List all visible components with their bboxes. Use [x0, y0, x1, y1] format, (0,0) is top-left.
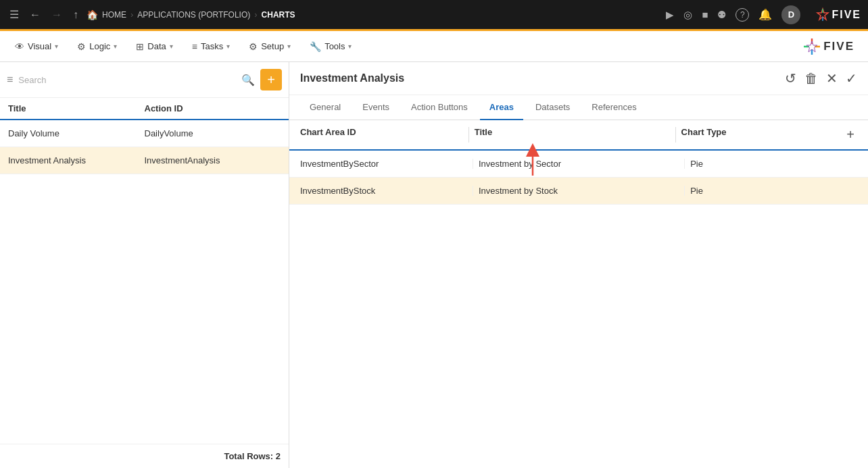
top-bar-right: ▶ ◎ ■ ⚉ ? 🔔 D FIVE — [666, 5, 861, 24]
breadcrumb-charts[interactable]: CHARTS — [262, 10, 295, 20]
add-button[interactable]: + — [260, 69, 282, 90]
play-icon[interactable]: ▶ — [666, 9, 674, 21]
breadcrumb-home[interactable]: HOME — [102, 10, 126, 20]
list-table-header: Title Action ID — [0, 98, 289, 120]
right-panel-header: Investment Analysis ↺ 🗑 ✕ ✓ — [289, 62, 868, 95]
forward-icon[interactable]: → — [49, 6, 65, 24]
help-icon[interactable]: ? — [736, 8, 749, 22]
up-icon[interactable]: ↑ — [70, 6, 81, 24]
tasks-icon: ≡ — [192, 41, 197, 52]
robot-icon[interactable]: ⚉ — [717, 9, 726, 21]
nav-setup-label: Setup — [261, 41, 284, 51]
cell-chart-type: Pie — [690, 159, 857, 169]
cell-title: Investment by Stock — [479, 186, 679, 196]
tasks-arrow: ▾ — [226, 43, 230, 50]
tabs-bar: General Events Action Buttons Areas Data… — [289, 95, 868, 120]
nav-data-label: Data — [147, 41, 166, 51]
row-sep-4 — [684, 186, 685, 196]
tab-areas[interactable]: Areas — [480, 95, 523, 120]
panel-title: Investment Analysis — [300, 72, 785, 84]
nav-tasks[interactable]: ≡ Tasks ▾ — [184, 37, 238, 56]
stop-icon[interactable]: ■ — [702, 9, 708, 20]
col-chart-area-id: Chart Area ID — [300, 127, 463, 142]
bell-icon[interactable]: 🔔 — [758, 8, 772, 21]
nav-data[interactable]: ⊞ Data ▾ — [128, 37, 180, 56]
menu-icon[interactable]: ☰ — [7, 5, 22, 24]
table-row[interactable]: InvestmentByStock Investment by Stock Pi… — [289, 178, 868, 205]
left-panel: ≡ 🔍 + Title Action ID Daily Volume Daily… — [0, 62, 289, 468]
row-title: Investment Analysis — [8, 155, 145, 165]
revert-icon[interactable]: ↺ — [785, 70, 796, 86]
nav-tools[interactable]: 🔧 Tools ▾ — [302, 37, 360, 56]
nav-tools-label: Tools — [324, 41, 345, 51]
search-input[interactable] — [18, 75, 236, 85]
five-nav-label: FIVE — [823, 40, 854, 53]
data-arrow: ▾ — [170, 43, 173, 50]
playback-icon[interactable]: ◎ — [683, 9, 692, 21]
setup-icon: ⚙ — [249, 41, 258, 52]
nav-logic-label: Logic — [89, 41, 110, 51]
filter-icon: ≡ — [7, 74, 13, 86]
cell-chart-type: Pie — [690, 186, 857, 196]
row-sep-1 — [473, 159, 473, 169]
areas-table: Chart Area ID Title Chart Type + Investm… — [289, 120, 868, 468]
row-action-id: DailyVolume — [145, 128, 281, 138]
visual-arrow: ▾ — [55, 43, 58, 50]
logic-icon: ⚙ — [77, 41, 86, 52]
search-bar: ≡ 🔍 + — [0, 62, 289, 98]
cell-chart-area-id: InvestmentBySector — [300, 159, 467, 169]
header-action-id: Action ID — [145, 103, 281, 113]
tools-arrow: ▾ — [348, 43, 352, 50]
logic-arrow: ▾ — [114, 43, 117, 50]
list-item[interactable]: Daily Volume DailyVolume — [0, 120, 289, 147]
close-icon[interactable]: ✕ — [826, 70, 838, 86]
main-layout: ≡ 🔍 + Title Action ID Daily Volume Daily… — [0, 62, 868, 468]
panel-actions: ↺ 🗑 ✕ ✓ — [785, 70, 857, 86]
tab-general[interactable]: General — [300, 95, 350, 120]
tools-icon: 🔧 — [310, 41, 321, 52]
header-title: Title — [8, 103, 145, 113]
row-sep-2 — [684, 159, 685, 169]
breadcrumb-sep-2: › — [254, 9, 257, 20]
five-nav-logo — [802, 37, 821, 56]
cell-chart-area-id: InvestmentByStock — [300, 186, 467, 196]
top-bar: ☰ ← → ↑ 🏠 HOME › APPLICATIONS (PORTFOLIO… — [0, 0, 868, 31]
table-row[interactable]: InvestmentBySector Investment by Sector … — [289, 151, 868, 178]
delete-icon[interactable]: 🗑 — [804, 71, 818, 86]
user-avatar[interactable]: D — [781, 5, 800, 24]
back-icon[interactable]: ← — [27, 6, 43, 24]
nav-tasks-label: Tasks — [201, 41, 223, 51]
tab-action-buttons[interactable]: Action Buttons — [402, 95, 477, 120]
nav-logic[interactable]: ⚙ Logic ▾ — [69, 37, 125, 56]
tab-datasets[interactable]: Datasets — [526, 95, 579, 120]
top-bar-left: ☰ ← → ↑ 🏠 HOME › APPLICATIONS (PORTFOLIO… — [7, 5, 666, 24]
five-logo-icon — [815, 7, 830, 22]
five-brand-label: FIVE — [831, 9, 861, 21]
list-item[interactable]: Investment Analysis InvestmentAnalysis — [0, 147, 289, 174]
data-icon: ⊞ — [136, 41, 144, 52]
col-chart-type: Chart Type — [681, 127, 844, 142]
nav-setup[interactable]: ⚙ Setup ▾ — [241, 37, 299, 56]
total-rows: Total Rows: 2 — [0, 444, 289, 468]
col-separator-2 — [675, 127, 676, 142]
tab-references[interactable]: References — [582, 95, 646, 120]
visual-icon: 👁 — [15, 41, 24, 52]
tab-events[interactable]: Events — [353, 95, 399, 120]
nav-visual-label: Visual — [28, 41, 51, 51]
add-area-button[interactable]: + — [844, 127, 857, 142]
row-sep-3 — [473, 186, 473, 196]
row-title: Daily Volume — [8, 128, 145, 138]
row-action-id: InvestmentAnalysis — [145, 155, 281, 165]
confirm-icon[interactable]: ✓ — [846, 70, 857, 86]
breadcrumb-sep-1: › — [130, 9, 133, 20]
breadcrumb-apps[interactable]: APPLICATIONS (PORTFOLIO) — [137, 10, 250, 20]
breadcrumb: 🏠 HOME › APPLICATIONS (PORTFOLIO) › CHAR… — [87, 9, 295, 20]
col-separator-1 — [468, 127, 469, 142]
nav-visual[interactable]: 👁 Visual ▾ — [7, 37, 66, 56]
cell-title: Investment by Sector — [479, 159, 679, 169]
right-panel: Investment Analysis ↺ 🗑 ✕ ✓ General Even… — [289, 62, 868, 468]
secondary-nav: 👁 Visual ▾ ⚙ Logic ▾ ⊞ Data ▾ ≡ Tasks ▾ … — [0, 31, 868, 62]
search-icon[interactable]: 🔍 — [241, 74, 255, 86]
setup-arrow: ▾ — [287, 43, 291, 50]
col-title: Title — [475, 127, 670, 142]
